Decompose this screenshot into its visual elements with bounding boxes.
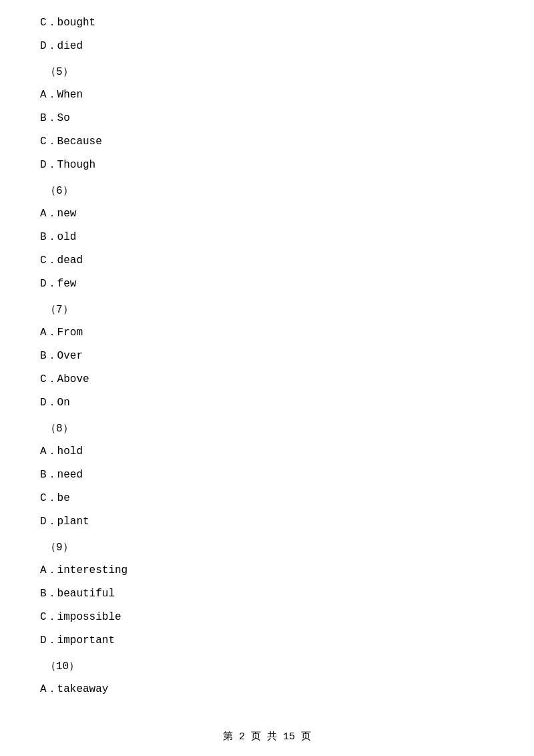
option-item: A．interesting	[40, 561, 494, 580]
option-item: B．need	[40, 465, 494, 485]
option-item: B．old	[40, 228, 494, 247]
page-footer: 第 2 页 共 15 页	[0, 730, 534, 743]
option-item: B．Over	[40, 347, 494, 366]
option-item: C．impossible	[40, 608, 494, 627]
option-item: C．Because	[40, 132, 494, 152]
question-number: （6）	[40, 182, 494, 201]
option-item: B．beautiful	[40, 584, 494, 604]
question-number: （7）	[40, 301, 494, 320]
question-number: （10）	[40, 657, 494, 677]
option-item: A．new	[40, 204, 494, 224]
question-number: （5）	[40, 63, 494, 82]
option-item: B．So	[40, 109, 494, 128]
option-item: D．Though	[40, 156, 494, 175]
question-number: （9）	[40, 538, 494, 558]
option-item: D．died	[40, 37, 494, 56]
option-item: A．hold	[40, 442, 494, 461]
option-item: D．important	[40, 631, 494, 650]
option-item: D．On	[40, 393, 494, 413]
option-item: C．be	[40, 489, 494, 508]
option-item: D．plant	[40, 512, 494, 532]
option-item: A．takeaway	[40, 680, 494, 699]
option-item: C．dead	[40, 251, 494, 270]
option-item: C．Above	[40, 370, 494, 389]
option-item: A．From	[40, 323, 494, 343]
question-number: （8）	[40, 419, 494, 439]
option-item: C．bought	[40, 13, 494, 33]
option-item: D．few	[40, 274, 494, 294]
option-item: A．When	[40, 85, 494, 105]
main-content: C．boughtD．died（5）A．WhenB．SoC．BecauseD．Th…	[0, 0, 534, 743]
